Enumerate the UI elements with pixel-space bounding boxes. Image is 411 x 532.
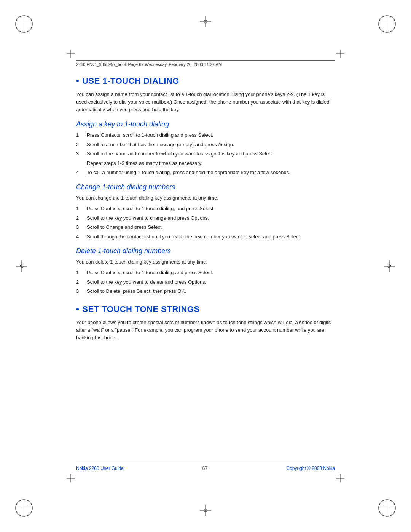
item-number: 4	[76, 233, 82, 241]
item-number: 1	[76, 269, 82, 276]
subsection-delete-numbers: Delete 1-touch dialing numbers You can d…	[76, 247, 335, 295]
subsection-intro-change: You can change the 1-touch dialing key a…	[76, 194, 335, 202]
item-text: Press Contacts, scroll to 1-touch dialin…	[87, 131, 335, 139]
section-intro-touch-tone: Your phone allows you to create special …	[76, 319, 335, 342]
repeat-note: Repeat steps 1-3 times as many times as …	[87, 160, 335, 167]
item-text: Scroll to the key you want to change and…	[87, 214, 335, 222]
list-item: 4 Scroll through the contact list until …	[76, 233, 335, 241]
list-item: 1 Press Contacts, scroll to 1-touch dial…	[76, 269, 335, 276]
footer-page-number: 67	[202, 465, 207, 471]
list-item: 3 Scroll to the name and number to which…	[76, 150, 335, 158]
subsection-change-numbers: Change 1-touch dialing numbers You can c…	[76, 183, 335, 240]
item-number: 3	[76, 288, 82, 295]
reg-crosshair-tl	[67, 50, 75, 58]
content-area: • USE 1-TOUCH DIALING You can assign a n…	[76, 76, 335, 456]
page: 2260.ENv1_9355957_book Page 67 Wednesday…	[0, 0, 411, 532]
item-text: Scroll to Change and press Select.	[87, 224, 335, 231]
list-item: 4 To call a number using 1-touch dialing…	[76, 169, 335, 176]
item-number: 2	[76, 141, 82, 149]
list-item: 3 Scroll to Delete, press Select, then p…	[76, 288, 335, 295]
change-numbers-list: 1 Press Contacts, scroll to 1-touch dial…	[76, 205, 335, 240]
reg-crosshair-tr	[336, 50, 344, 58]
corner-mark-br	[378, 498, 397, 518]
item-text: Scroll to Delete, press Select, then pre…	[87, 288, 335, 295]
item-text: Scroll to a number that has the message …	[87, 141, 335, 149]
footer-left-text: Nokia 2260 User Guide	[76, 466, 124, 471]
corner-mark-tr	[378, 14, 397, 34]
item-text: Scroll to the key you want to delete and…	[87, 278, 335, 286]
list-item: 3 Scroll to Change and press Select.	[76, 224, 335, 231]
item-text: Scroll to the name and number to which y…	[87, 150, 335, 158]
section-title-text: USE 1-TOUCH DIALING	[82, 76, 179, 86]
subsection-intro-delete: You can delete 1-touch dialing key assig…	[76, 258, 335, 266]
item-number: 2	[76, 278, 82, 286]
header-text: 2260.ENv1_9355957_book Page 67 Wednesday…	[76, 62, 222, 67]
item-text: Press Contacts, scroll to 1-touch dialin…	[87, 205, 335, 212]
bullet-icon-2: •	[76, 304, 79, 314]
item-number: 3	[76, 150, 82, 158]
section-title-use-touch: • USE 1-TOUCH DIALING	[76, 76, 335, 86]
bullet-icon: •	[76, 76, 79, 86]
section-title-touch-tone: • SET TOUCH TONE STRINGS	[76, 304, 335, 314]
item-number: 1	[76, 131, 82, 139]
subsection-title-delete: Delete 1-touch dialing numbers	[76, 247, 335, 255]
section-intro-use-touch: You can assign a name from your contact …	[76, 91, 335, 113]
header-bar: 2260.ENv1_9355957_book Page 67 Wednesday…	[76, 60, 335, 67]
delete-numbers-list: 1 Press Contacts, scroll to 1-touch dial…	[76, 269, 335, 295]
reg-mark-left	[16, 260, 27, 272]
reg-crosshair-br	[336, 474, 344, 482]
list-item: 2 Scroll to a number that has the messag…	[76, 141, 335, 149]
list-item: 2 Scroll to the key you want to change a…	[76, 214, 335, 222]
footer-right-text: Copyright © 2003 Nokia	[286, 466, 335, 471]
list-item: 1 Press Contacts, scroll to 1-touch dial…	[76, 205, 335, 212]
reg-crosshair-bl	[67, 474, 75, 482]
corner-mark-tl	[14, 14, 33, 34]
reg-mark-bottom	[200, 505, 211, 516]
item-number: 4	[76, 169, 82, 176]
subsection-title-assign: Assign a key to 1-touch dialing	[76, 120, 335, 128]
item-number: 1	[76, 205, 82, 212]
reg-mark-top	[200, 16, 211, 27]
reg-mark-right	[384, 260, 395, 272]
section-set-touch-tone: • SET TOUCH TONE STRINGS Your phone allo…	[76, 304, 335, 342]
item-text: To call a number using 1-touch dialing, …	[87, 169, 335, 176]
list-item: 2 Scroll to the key you want to delete a…	[76, 278, 335, 286]
assign-key-list: 1 Press Contacts, scroll to 1-touch dial…	[76, 131, 335, 176]
item-number: 2	[76, 214, 82, 222]
subsection-assign-key: Assign a key to 1-touch dialing 1 Press …	[76, 120, 335, 176]
section-title-text-2: SET TOUCH TONE STRINGS	[82, 304, 199, 314]
item-text: Press Contacts, scroll to 1-touch dialin…	[87, 269, 335, 276]
section-use-touch-dialing: • USE 1-TOUCH DIALING You can assign a n…	[76, 76, 335, 295]
item-text: Scroll through the contact list until yo…	[87, 233, 335, 241]
corner-mark-bl	[14, 498, 33, 518]
list-item: 1 Press Contacts, scroll to 1-touch dial…	[76, 131, 335, 139]
footer-bar: Nokia 2260 User Guide 67 Copyright © 200…	[76, 463, 335, 471]
subsection-title-change: Change 1-touch dialing numbers	[76, 183, 335, 191]
item-number: 3	[76, 224, 82, 231]
